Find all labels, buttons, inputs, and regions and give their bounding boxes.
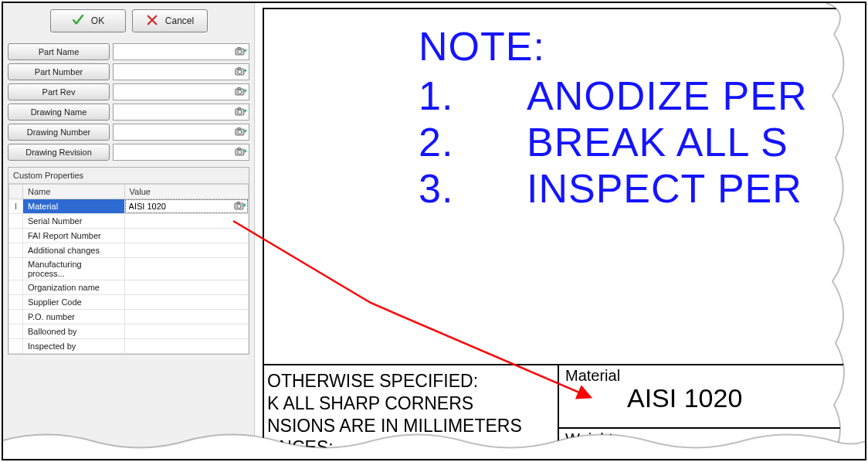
custom-property-value-input[interactable] [125, 199, 248, 213]
property-input-wrap [113, 43, 249, 60]
row-marker [9, 243, 23, 258]
custom-property-name[interactable]: Manufacturing process... [23, 258, 125, 280]
custom-property-value[interactable] [124, 258, 248, 280]
property-input[interactable] [117, 66, 235, 77]
custom-property-value[interactable] [124, 229, 248, 243]
custom-property-row[interactable]: IMaterial [9, 199, 249, 214]
custom-property-value[interactable] [124, 280, 248, 295]
custom-property-row[interactable]: Serial Number [9, 214, 249, 229]
x-icon [145, 13, 159, 29]
note-line-text: ANODIZE PER [527, 73, 808, 118]
ocr-capture-icon[interactable] [235, 107, 247, 117]
weight-cell: Weight 16880.54 [559, 429, 865, 460]
custom-property-name[interactable]: FAI Report Number [23, 229, 125, 243]
custom-properties-value-header[interactable]: Value [124, 185, 248, 199]
ocr-capture-icon[interactable] [235, 66, 247, 77]
custom-property-value[interactable] [124, 199, 248, 214]
custom-property-value[interactable] [124, 243, 248, 258]
title-block-right: Material AISI 1020 Weight 16880.54 [558, 365, 865, 459]
svg-point-10 [238, 110, 242, 114]
property-label-button[interactable]: Part Rev [8, 83, 110, 100]
svg-rect-11 [238, 107, 240, 109]
property-label-button[interactable]: Drawing Number [8, 124, 110, 141]
check-icon [71, 13, 85, 29]
dialog-button-row: OK Cancel [3, 3, 254, 40]
custom-property-name[interactable]: Ballooned by [23, 324, 125, 339]
property-label-button[interactable]: Part Number [8, 63, 110, 80]
property-row: Part Name [8, 43, 249, 60]
property-input[interactable] [117, 107, 235, 117]
property-input[interactable] [117, 87, 235, 97]
custom-property-name[interactable]: Material [23, 199, 125, 214]
note-line: 1.ANODIZE PER [419, 73, 808, 119]
property-row: Drawing Revision [8, 144, 249, 161]
svg-point-7 [238, 90, 242, 94]
cancel-label: Cancel [165, 15, 194, 26]
row-marker [9, 214, 23, 229]
material-label: Material [565, 367, 859, 385]
material-value: AISI 1020 [627, 385, 859, 411]
row-marker [9, 280, 23, 295]
custom-property-row[interactable]: FAI Report Number [9, 229, 249, 243]
custom-property-value[interactable] [124, 339, 248, 354]
ocr-capture-icon[interactable] [235, 46, 247, 57]
custom-property-row[interactable]: Ballooned by [9, 324, 249, 339]
property-input[interactable] [117, 127, 235, 138]
bottom-shadow [5, 456, 863, 460]
ok-label: OK [91, 15, 104, 26]
property-label-button[interactable]: Drawing Name [8, 104, 110, 121]
svg-rect-20 [237, 202, 239, 203]
svg-point-13 [238, 131, 242, 134]
cancel-button[interactable]: Cancel [132, 9, 208, 32]
custom-property-value[interactable] [124, 295, 248, 310]
title-block-left-line: OTHERWISE SPECIFIED: [267, 370, 554, 392]
custom-properties-marker-header[interactable] [9, 185, 23, 199]
custom-property-name[interactable]: Inspected by [23, 339, 125, 354]
custom-property-name[interactable]: Serial Number [23, 214, 125, 229]
ocr-capture-icon[interactable] [235, 147, 247, 158]
custom-property-row[interactable]: Manufacturing process... [9, 258, 249, 280]
property-input-wrap [113, 83, 249, 100]
custom-property-row[interactable]: Supplier Code [9, 295, 249, 310]
property-input[interactable] [117, 147, 235, 158]
ok-button[interactable]: OK [50, 9, 126, 32]
custom-properties-name-header[interactable]: Name [23, 185, 125, 199]
note-line-number: 3. [419, 165, 527, 212]
custom-property-row[interactable]: Inspected by [9, 339, 249, 354]
svg-point-4 [238, 70, 242, 74]
custom-properties-panel: Custom Properties Name Value IMaterial S… [8, 167, 249, 355]
svg-point-1 [238, 50, 242, 54]
note-line-number: 1. [419, 73, 527, 119]
property-row: Part Number [8, 63, 249, 80]
property-row: Drawing Name [8, 104, 249, 121]
custom-property-name[interactable]: Supplier Code [23, 295, 125, 310]
row-marker [9, 310, 23, 324]
title-block-left-line: K ALL SHARP CORNERS [267, 392, 554, 415]
row-marker [9, 339, 23, 354]
drawing-area: NOTE: 1.ANODIZE PER2.BREAK ALL S3.INSPEC… [255, 3, 865, 459]
title-block-left: OTHERWISE SPECIFIED:K ALL SHARP CORNERSN… [264, 365, 558, 459]
custom-property-name[interactable]: Organization name [23, 280, 125, 295]
ocr-capture-icon[interactable] [235, 87, 247, 97]
note-line-text: INSPECT PER [527, 166, 802, 211]
ocr-capture-icon[interactable] [234, 201, 246, 212]
ocr-capture-icon[interactable] [235, 127, 247, 138]
custom-property-row[interactable]: P.O. number [9, 310, 249, 324]
custom-property-value[interactable] [124, 214, 248, 229]
property-input-wrap [113, 104, 249, 121]
custom-properties-table: Name Value IMaterial Serial NumberFAI Re… [8, 184, 249, 354]
custom-property-row[interactable]: Organization name [9, 280, 249, 295]
material-cell: Material AISI 1020 [559, 365, 865, 429]
drawing-notes: NOTE: 1.ANODIZE PER2.BREAK ALL S3.INSPEC… [419, 23, 808, 212]
custom-property-row[interactable]: Additional changes [9, 243, 249, 258]
property-label-button[interactable]: Part Name [8, 43, 110, 60]
property-input[interactable] [117, 46, 235, 57]
custom-property-name[interactable]: Additional changes [23, 243, 125, 258]
row-marker [9, 295, 23, 310]
property-label-button[interactable]: Drawing Revision [8, 144, 110, 161]
svg-rect-5 [238, 67, 240, 69]
custom-property-value[interactable] [124, 324, 248, 339]
custom-property-name[interactable]: P.O. number [23, 310, 125, 324]
custom-property-value[interactable] [124, 310, 248, 324]
note-line: 2.BREAK ALL S [419, 119, 808, 165]
